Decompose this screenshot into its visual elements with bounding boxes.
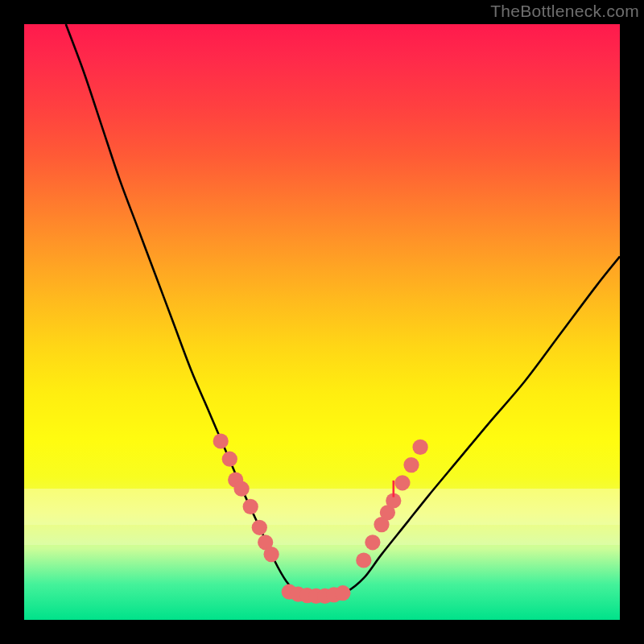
- marker-point: [412, 440, 427, 455]
- marker-point: [228, 472, 243, 487]
- marker-point: [380, 505, 395, 520]
- watermark-text: TheBottleneck.com: [490, 2, 639, 21]
- marker-point: [317, 588, 332, 604]
- marker-point: [394, 475, 410, 490]
- plot-area: [24, 24, 620, 620]
- marker-point: [365, 535, 380, 550]
- marker-point: [282, 584, 297, 600]
- marker-point: [222, 452, 237, 467]
- marker-point: [213, 433, 229, 448]
- chart-frame: TheBottleneck.com: [0, 0, 644, 644]
- highlight-band-lower: [24, 525, 620, 546]
- marker-point: [243, 499, 258, 514]
- marker-point: [403, 457, 419, 473]
- marker-point: [299, 588, 315, 603]
- bottleneck-curve: [66, 24, 620, 597]
- marker-point: [356, 552, 371, 568]
- marker-point: [326, 587, 341, 602]
- marker-cluster: [213, 433, 428, 604]
- marker-point: [233, 481, 249, 497]
- marker-point: [335, 585, 350, 601]
- curve-layer: [24, 24, 620, 620]
- marker-point: [258, 535, 273, 550]
- marker-point: [386, 493, 401, 508]
- highlight-band-upper: [24, 489, 620, 524]
- marker-point: [252, 520, 267, 535]
- marker-point: [263, 547, 279, 562]
- marker-point: [308, 588, 324, 604]
- marker-point: [374, 517, 389, 532]
- marker-point: [291, 587, 306, 602]
